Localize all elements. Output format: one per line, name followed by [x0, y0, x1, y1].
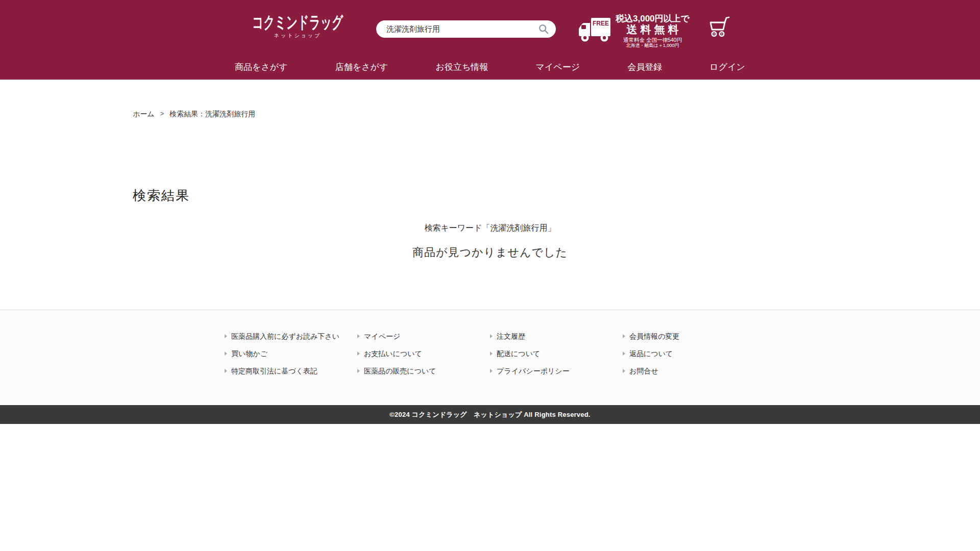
shipping-normal-fee: 通常料金 全国一律540円 [616, 37, 690, 43]
footer-column-3: 注文履歴 配送について プライバシーポリシー [490, 331, 623, 376]
free-shipping-text: 税込3,000円以上で 送料無料 通常料金 全国一律540円 北海道・離島は＋1… [616, 14, 690, 48]
footer-link-label: 買い物かご [231, 348, 267, 359]
footer-link-pharma-sales[interactable]: 医薬品の販売について [357, 366, 490, 376]
footer-column-2: マイページ お支払いについて 医薬品の販売について [357, 331, 490, 376]
free-shipping-banner: FREE 税込3,000円以上で 送料無料 通常料金 全国一律540円 北海道・… [578, 14, 690, 48]
copyright-bar: ©2024 コクミンドラッグ ネットショップ All Rights Reserv… [0, 405, 980, 424]
breadcrumb: ホーム > 検索結果：洗濯洗剤旅行用 [133, 109, 847, 119]
nav-item-info[interactable]: お役立ち情報 [436, 61, 488, 73]
arrow-icon [623, 334, 625, 338]
arrow-icon [357, 369, 360, 373]
footer-link-privacy-policy[interactable]: プライバシーポリシー [490, 366, 623, 376]
footer-link-label: 会員情報の変更 [629, 331, 679, 341]
footer-column-4: 会員情報の変更 返品について お問合せ [623, 331, 755, 376]
arrow-icon [623, 369, 625, 373]
footer-link-order-history[interactable]: 注文履歴 [490, 331, 623, 341]
footer-link-contact[interactable]: お問合せ [623, 366, 755, 376]
nav-item-mypage[interactable]: マイページ [535, 61, 580, 73]
footer-link-delivery[interactable]: 配送について [490, 348, 623, 359]
arrow-icon [623, 352, 625, 356]
main-nav: 商品をさがす 店舗をさがす お役立ち情報 マイページ 会員登録 ログイン [235, 54, 745, 80]
search-icon [538, 23, 549, 35]
free-shipping-truck-icon: FREE [578, 17, 611, 44]
search-box [376, 20, 556, 38]
site-header: コクミンドラッグ ネットショップ FREE [0, 0, 980, 80]
footer-link-shopping-cart[interactable]: 買い物かご [225, 348, 357, 359]
footer-link-member-info[interactable]: 会員情報の変更 [623, 331, 755, 341]
footer-link-label: 医薬品の販売について [364, 366, 436, 376]
no-results-message: 商品が見つかりませんでした [133, 245, 847, 260]
arrow-icon [490, 352, 493, 356]
search-result-message: 検索キーワード「洗濯洗剤旅行用」 商品が見つかりませんでした [133, 223, 847, 260]
search-input[interactable] [385, 24, 537, 34]
footer-link-label: マイページ [364, 331, 400, 341]
header-top: コクミンドラッグ ネットショップ FREE [245, 0, 735, 54]
nav-item-register[interactable]: 会員登録 [627, 61, 662, 73]
footer-link-label: 医薬品購入前に必ずお読み下さい [231, 331, 339, 341]
breadcrumb-current: 検索結果：洗濯洗剤旅行用 [169, 109, 255, 119]
footer-link-label: 返品について [629, 348, 673, 359]
footer-link-label: 注文履歴 [497, 331, 525, 341]
footer-link-label: プライバシーポリシー [497, 366, 570, 376]
nav-item-login[interactable]: ログイン [709, 61, 745, 73]
breadcrumb-separator: > [160, 109, 164, 119]
site-logo[interactable]: コクミンドラッグ ネットショップ [252, 13, 343, 39]
svg-text:FREE: FREE [593, 20, 609, 27]
footer-link-before-purchase[interactable]: 医薬品購入前に必ずお読み下さい [225, 331, 357, 341]
main-content: ホーム > 検索結果：洗濯洗剤旅行用 検索結果 検索キーワード「洗濯洗剤旅行用」… [133, 80, 847, 310]
page-title: 検索結果 [133, 187, 847, 204]
logo-subtext: ネットショップ [252, 32, 343, 39]
arrow-icon [225, 334, 227, 338]
shipping-threshold: 税込3,000円以上で [616, 14, 690, 23]
nav-item-products[interactable]: 商品をさがす [235, 61, 288, 73]
arrow-icon [357, 334, 360, 338]
nav-item-stores[interactable]: 店舗をさがす [335, 61, 388, 73]
footer-link-payment[interactable]: お支払いについて [357, 348, 490, 359]
footer-link-label: 配送について [497, 348, 540, 359]
footer-link-label: 特定商取引法に基づく表記 [231, 366, 317, 376]
arrow-icon [490, 369, 493, 373]
search-keyword-line: 検索キーワード「洗濯洗剤旅行用」 [133, 223, 847, 233]
shipping-remote-fee: 北海道・離島は＋1,000円 [616, 43, 690, 48]
arrow-icon [225, 352, 227, 356]
copyright-text: ©2024 コクミンドラッグ ネットショップ All Rights Reserv… [389, 410, 590, 419]
arrow-icon [490, 334, 493, 338]
footer-link-label: お問合せ [629, 366, 658, 376]
footer-links: 医薬品購入前に必ずお読み下さい 買い物かご 特定商取引法に基づく表記 マイページ… [225, 331, 755, 376]
breadcrumb-home-link[interactable]: ホーム [133, 109, 155, 119]
shipping-free-label: 送料無料 [616, 23, 690, 35]
footer-column-1: 医薬品購入前に必ずお読み下さい 買い物かご 特定商取引法に基づく表記 [225, 331, 357, 376]
footer-link-label: お支払いについて [364, 348, 422, 359]
site-footer: 医薬品購入前に必ずお読み下さい 買い物かご 特定商取引法に基づく表記 マイページ… [0, 310, 980, 405]
footer-link-returns[interactable]: 返品について [623, 348, 755, 359]
footer-link-commercial-law[interactable]: 特定商取引法に基づく表記 [225, 366, 357, 376]
arrow-icon [357, 352, 360, 356]
cart-button[interactable] [707, 15, 731, 40]
footer-link-mypage[interactable]: マイページ [357, 331, 490, 341]
logo-text: コクミンドラッグ [252, 13, 312, 32]
cart-icon [707, 15, 731, 40]
search-button[interactable] [537, 23, 550, 35]
arrow-icon [225, 369, 227, 373]
